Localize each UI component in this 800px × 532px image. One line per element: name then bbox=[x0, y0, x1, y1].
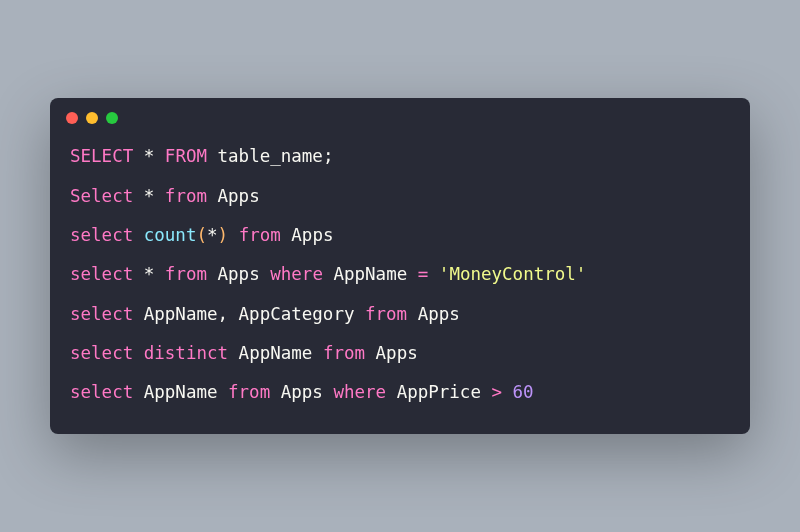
code-token bbox=[133, 343, 144, 363]
code-window: SELECT * FROM table_name;Select * from A… bbox=[50, 98, 750, 434]
code-token bbox=[154, 264, 165, 284]
code-token bbox=[154, 186, 165, 206]
code-token bbox=[133, 264, 144, 284]
code-line: select * from Apps where AppName = 'Mone… bbox=[70, 262, 730, 287]
code-token bbox=[228, 225, 239, 245]
code-token: AppName bbox=[323, 264, 418, 284]
code-token: Apps bbox=[365, 343, 418, 363]
code-token: where bbox=[270, 264, 323, 284]
code-token: from bbox=[165, 264, 207, 284]
code-line: SELECT * FROM table_name; bbox=[70, 144, 730, 169]
code-token: = bbox=[418, 264, 429, 284]
code-token: select bbox=[70, 343, 133, 363]
code-token: where bbox=[333, 382, 386, 402]
code-line: select count(*) from Apps bbox=[70, 223, 730, 248]
code-line: select AppName, AppCategory from Apps bbox=[70, 302, 730, 327]
code-token: from bbox=[323, 343, 365, 363]
code-token: AppName, AppCategory bbox=[133, 304, 365, 324]
code-token: Apps bbox=[407, 304, 460, 324]
code-token: select bbox=[70, 304, 133, 324]
code-token: AppName bbox=[133, 382, 228, 402]
code-token: > bbox=[491, 382, 502, 402]
code-token: FROM bbox=[165, 146, 207, 166]
code-token bbox=[428, 264, 439, 284]
code-token: Select bbox=[70, 186, 133, 206]
code-token bbox=[133, 225, 144, 245]
code-token: from bbox=[165, 186, 207, 206]
code-token: SELECT bbox=[70, 146, 133, 166]
code-token: * bbox=[144, 264, 155, 284]
code-editor[interactable]: SELECT * FROM table_name;Select * from A… bbox=[50, 132, 750, 434]
code-line: select AppName from Apps where AppPrice … bbox=[70, 380, 730, 405]
code-token bbox=[502, 382, 513, 402]
code-token: from bbox=[228, 382, 270, 402]
code-token: AppPrice bbox=[386, 382, 491, 402]
code-token: from bbox=[239, 225, 281, 245]
code-token: * bbox=[144, 146, 155, 166]
code-token: select bbox=[70, 264, 133, 284]
code-token: Apps bbox=[270, 382, 333, 402]
code-token: * bbox=[144, 186, 155, 206]
code-token: Apps bbox=[207, 186, 260, 206]
code-token: ) bbox=[218, 225, 229, 245]
code-token bbox=[133, 146, 144, 166]
code-token: AppName bbox=[228, 343, 323, 363]
code-token: select bbox=[70, 382, 133, 402]
minimize-icon[interactable] bbox=[86, 112, 98, 124]
code-token: 'MoneyControl' bbox=[439, 264, 587, 284]
code-token: distinct bbox=[144, 343, 228, 363]
maximize-icon[interactable] bbox=[106, 112, 118, 124]
code-token: Apps bbox=[281, 225, 334, 245]
code-token: * bbox=[207, 225, 218, 245]
close-icon[interactable] bbox=[66, 112, 78, 124]
code-token bbox=[133, 186, 144, 206]
code-token: Apps bbox=[207, 264, 270, 284]
code-token: select bbox=[70, 225, 133, 245]
code-token: ( bbox=[196, 225, 207, 245]
code-line: Select * from Apps bbox=[70, 184, 730, 209]
title-bar bbox=[50, 98, 750, 132]
code-token: count bbox=[144, 225, 197, 245]
code-token: from bbox=[365, 304, 407, 324]
code-token bbox=[154, 146, 165, 166]
code-token: 60 bbox=[513, 382, 534, 402]
code-line: select distinct AppName from Apps bbox=[70, 341, 730, 366]
code-token: table_name; bbox=[207, 146, 333, 166]
